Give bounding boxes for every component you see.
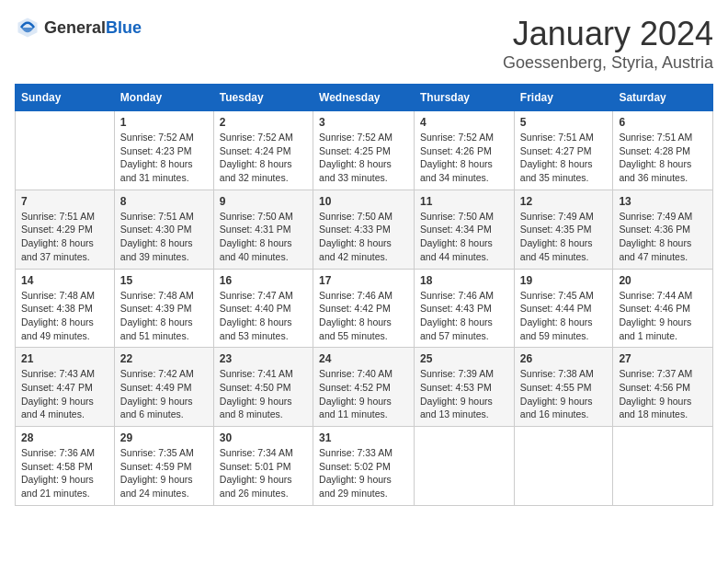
calendar-cell: 13Sunrise: 7:49 AMSunset: 4:36 PMDayligh… (613, 190, 713, 269)
day-number: 30 (220, 431, 307, 444)
day-info: Sunrise: 7:43 AMSunset: 4:47 PMDaylight:… (21, 367, 108, 421)
day-info: Sunrise: 7:46 AMSunset: 4:42 PMDaylight:… (319, 289, 408, 343)
title-block: January 2024 Goessenberg, Styria, Austri… (503, 15, 713, 73)
calendar-week-row: 7Sunrise: 7:51 AMSunset: 4:29 PMDaylight… (16, 190, 713, 269)
day-number: 7 (21, 195, 108, 208)
weekday-header: Tuesday (213, 85, 313, 111)
day-info: Sunrise: 7:39 AMSunset: 4:53 PMDaylight:… (420, 367, 508, 421)
calendar-cell: 31Sunrise: 7:33 AMSunset: 5:02 PMDayligh… (313, 427, 415, 506)
day-info: Sunrise: 7:42 AMSunset: 4:49 PMDaylight:… (120, 367, 208, 421)
weekday-header: Saturday (613, 85, 713, 111)
calendar-cell: 25Sunrise: 7:39 AMSunset: 4:53 PMDayligh… (415, 348, 515, 427)
day-number: 25 (420, 352, 508, 365)
day-number: 26 (520, 352, 608, 365)
day-info: Sunrise: 7:52 AMSunset: 4:23 PMDaylight:… (120, 131, 208, 185)
day-number: 28 (21, 431, 108, 444)
calendar-week-row: 1Sunrise: 7:52 AMSunset: 4:23 PMDaylight… (16, 111, 713, 190)
day-info: Sunrise: 7:52 AMSunset: 4:24 PMDaylight:… (220, 131, 307, 185)
calendar-cell: 16Sunrise: 7:47 AMSunset: 4:40 PMDayligh… (213, 269, 313, 348)
day-info: Sunrise: 7:50 AMSunset: 4:33 PMDaylight:… (319, 210, 408, 264)
day-info: Sunrise: 7:50 AMSunset: 4:34 PMDaylight:… (420, 210, 508, 264)
calendar-cell: 26Sunrise: 7:38 AMSunset: 4:55 PMDayligh… (514, 348, 613, 427)
day-number: 8 (120, 195, 208, 208)
day-info: Sunrise: 7:47 AMSunset: 4:40 PMDaylight:… (220, 289, 307, 343)
weekday-header: Friday (514, 85, 613, 111)
calendar-cell: 9Sunrise: 7:50 AMSunset: 4:31 PMDaylight… (213, 190, 313, 269)
day-number: 17 (319, 274, 408, 287)
day-number: 3 (319, 116, 408, 129)
calendar-cell: 18Sunrise: 7:46 AMSunset: 4:43 PMDayligh… (415, 269, 515, 348)
day-number: 12 (520, 195, 608, 208)
calendar-cell: 4Sunrise: 7:52 AMSunset: 4:26 PMDaylight… (415, 111, 515, 190)
logo-icon (15, 15, 40, 40)
day-number: 4 (420, 116, 508, 129)
day-info: Sunrise: 7:36 AMSunset: 4:58 PMDaylight:… (21, 446, 108, 500)
calendar-week-row: 28Sunrise: 7:36 AMSunset: 4:58 PMDayligh… (16, 427, 713, 506)
day-number: 24 (319, 352, 408, 365)
calendar-cell: 22Sunrise: 7:42 AMSunset: 4:49 PMDayligh… (114, 348, 213, 427)
day-info: Sunrise: 7:48 AMSunset: 4:38 PMDaylight:… (21, 289, 108, 343)
month-title: January 2024 (503, 15, 713, 53)
day-info: Sunrise: 7:51 AMSunset: 4:30 PMDaylight:… (120, 210, 208, 264)
day-number: 11 (420, 195, 508, 208)
day-number: 29 (120, 431, 208, 444)
calendar-cell: 24Sunrise: 7:40 AMSunset: 4:52 PMDayligh… (313, 348, 415, 427)
day-info: Sunrise: 7:49 AMSunset: 4:35 PMDaylight:… (520, 210, 608, 264)
day-number: 1 (120, 116, 208, 129)
day-info: Sunrise: 7:50 AMSunset: 4:31 PMDaylight:… (220, 210, 307, 264)
day-number: 6 (619, 116, 707, 129)
day-info: Sunrise: 7:38 AMSunset: 4:55 PMDaylight:… (520, 367, 608, 421)
day-info: Sunrise: 7:49 AMSunset: 4:36 PMDaylight:… (619, 210, 707, 264)
calendar-cell: 2Sunrise: 7:52 AMSunset: 4:24 PMDaylight… (213, 111, 313, 190)
day-number: 10 (319, 195, 408, 208)
day-info: Sunrise: 7:51 AMSunset: 4:27 PMDaylight:… (520, 131, 608, 185)
logo: GeneralBlue (15, 15, 142, 40)
day-number: 14 (21, 274, 108, 287)
day-info: Sunrise: 7:51 AMSunset: 4:29 PMDaylight:… (21, 210, 108, 264)
calendar-cell: 17Sunrise: 7:46 AMSunset: 4:42 PMDayligh… (313, 269, 415, 348)
calendar-cell: 5Sunrise: 7:51 AMSunset: 4:27 PMDaylight… (514, 111, 613, 190)
day-info: Sunrise: 7:35 AMSunset: 4:59 PMDaylight:… (120, 446, 208, 500)
calendar-cell (514, 427, 613, 506)
calendar-cell: 28Sunrise: 7:36 AMSunset: 4:58 PMDayligh… (16, 427, 115, 506)
calendar-cell: 23Sunrise: 7:41 AMSunset: 4:50 PMDayligh… (213, 348, 313, 427)
day-info: Sunrise: 7:34 AMSunset: 5:01 PMDaylight:… (220, 446, 307, 500)
day-number: 13 (619, 195, 707, 208)
day-info: Sunrise: 7:33 AMSunset: 5:02 PMDaylight:… (319, 446, 408, 500)
logo-blue: Blue (106, 18, 142, 37)
calendar-week-row: 21Sunrise: 7:43 AMSunset: 4:47 PMDayligh… (16, 348, 713, 427)
weekday-header-row: SundayMondayTuesdayWednesdayThursdayFrid… (16, 85, 713, 111)
logo-text: GeneralBlue (44, 18, 142, 38)
weekday-header: Monday (114, 85, 213, 111)
calendar-cell: 27Sunrise: 7:37 AMSunset: 4:56 PMDayligh… (613, 348, 713, 427)
calendar-cell (415, 427, 515, 506)
calendar-cell: 8Sunrise: 7:51 AMSunset: 4:30 PMDaylight… (114, 190, 213, 269)
day-info: Sunrise: 7:45 AMSunset: 4:44 PMDaylight:… (520, 289, 608, 343)
day-info: Sunrise: 7:40 AMSunset: 4:52 PMDaylight:… (319, 367, 408, 421)
calendar-cell: 20Sunrise: 7:44 AMSunset: 4:46 PMDayligh… (613, 269, 713, 348)
calendar-cell: 19Sunrise: 7:45 AMSunset: 4:44 PMDayligh… (514, 269, 613, 348)
day-number: 20 (619, 274, 707, 287)
day-number: 22 (120, 352, 208, 365)
calendar-cell (613, 427, 713, 506)
weekday-header: Thursday (415, 85, 515, 111)
calendar-cell: 29Sunrise: 7:35 AMSunset: 4:59 PMDayligh… (114, 427, 213, 506)
day-info: Sunrise: 7:51 AMSunset: 4:28 PMDaylight:… (619, 131, 707, 185)
day-number: 19 (520, 274, 608, 287)
day-number: 27 (619, 352, 707, 365)
calendar-cell: 10Sunrise: 7:50 AMSunset: 4:33 PMDayligh… (313, 190, 415, 269)
calendar-week-row: 14Sunrise: 7:48 AMSunset: 4:38 PMDayligh… (16, 269, 713, 348)
day-info: Sunrise: 7:52 AMSunset: 4:26 PMDaylight:… (420, 131, 508, 185)
day-number: 18 (420, 274, 508, 287)
day-info: Sunrise: 7:48 AMSunset: 4:39 PMDaylight:… (120, 289, 208, 343)
day-info: Sunrise: 7:37 AMSunset: 4:56 PMDaylight:… (619, 367, 707, 421)
day-info: Sunrise: 7:52 AMSunset: 4:25 PMDaylight:… (319, 131, 408, 185)
calendar-cell: 7Sunrise: 7:51 AMSunset: 4:29 PMDaylight… (16, 190, 115, 269)
day-number: 15 (120, 274, 208, 287)
calendar-table: SundayMondayTuesdayWednesdayThursdayFrid… (15, 84, 713, 506)
calendar-cell: 15Sunrise: 7:48 AMSunset: 4:39 PMDayligh… (114, 269, 213, 348)
calendar-cell: 12Sunrise: 7:49 AMSunset: 4:35 PMDayligh… (514, 190, 613, 269)
day-number: 31 (319, 431, 408, 444)
day-number: 16 (220, 274, 307, 287)
calendar-cell: 1Sunrise: 7:52 AMSunset: 4:23 PMDaylight… (114, 111, 213, 190)
